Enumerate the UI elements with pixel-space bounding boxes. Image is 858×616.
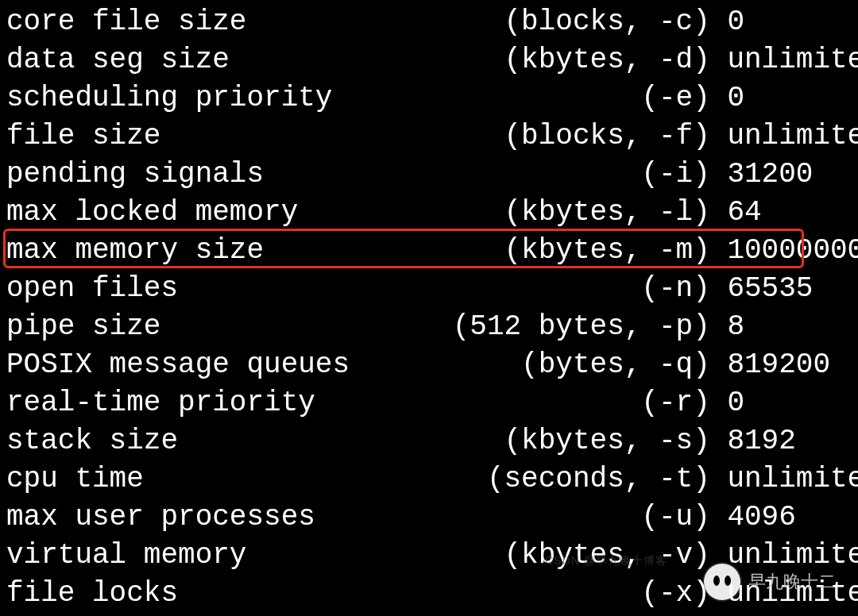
ulimit-row: max memory size (kbytes, -m) 10000000 [6, 232, 852, 270]
logo-avatar-icon [704, 564, 740, 600]
ulimit-value: 8 [727, 310, 744, 343]
ulimit-unit: (blocks, -f) [401, 120, 710, 152]
spacer [710, 501, 728, 533]
ulimit-value: 0 [727, 82, 744, 114]
ulimit-value: unlimited [727, 44, 858, 76]
csdn-watermark: CSDN @早九晚十博客 [545, 554, 667, 568]
ulimit-value: 4096 [727, 501, 795, 533]
ulimit-unit: (blocks, -c) [401, 6, 710, 38]
spacer [710, 310, 728, 343]
spacer [710, 463, 728, 495]
ulimit-label: virtual memory [6, 539, 401, 572]
ulimit-value: 10000000 [727, 234, 858, 267]
ulimit-label: max memory size [6, 234, 401, 267]
ulimit-label: pending signals [6, 158, 401, 191]
spacer [710, 234, 728, 267]
ulimit-row: scheduling priority (-e) 0 [6, 79, 852, 117]
spacer [710, 425, 728, 457]
ulimit-value: 31200 [727, 158, 813, 191]
ulimit-label: file size [6, 120, 401, 152]
ulimit-row: stack size (kbytes, -s) 8192 [6, 422, 852, 460]
ulimit-unit: (512 bytes, -p) [401, 310, 710, 343]
ulimit-value: unlimited [727, 120, 858, 152]
ulimit-label: pipe size [6, 310, 401, 343]
ulimit-unit: (kbytes, -l) [401, 196, 710, 229]
ulimit-unit: (-r) [401, 387, 710, 419]
spacer [710, 44, 728, 76]
spacer [710, 387, 728, 419]
spacer [710, 348, 728, 381]
ulimit-row: cpu time (seconds, -t) unlimited [6, 460, 852, 499]
terminal-output: core file size (blocks, -c) 0data seg si… [0, 0, 858, 613]
ulimit-label: cpu time [6, 463, 401, 495]
ulimit-label: core file size [6, 6, 401, 38]
ulimit-label: POSIX message queues [6, 348, 401, 381]
spacer [710, 158, 728, 191]
ulimit-value: 64 [727, 196, 761, 229]
spacer [710, 120, 728, 152]
ulimit-row: real-time priority (-r) 0 [6, 384, 852, 422]
ulimit-unit: (seconds, -t) [401, 463, 710, 495]
spacer [710, 6, 728, 38]
ulimit-row: file size (blocks, -f) unlimited [6, 117, 852, 156]
ulimit-row: pipe size (512 bytes, -p) 8 [6, 308, 852, 346]
ulimit-row: core file size (blocks, -c) 0 [6, 3, 852, 41]
ulimit-row: max locked memory (kbytes, -l) 64 [6, 194, 852, 232]
ulimit-unit: (kbytes, -m) [401, 234, 710, 267]
ulimit-unit: (kbytes, -s) [401, 425, 710, 457]
ulimit-unit: (-u) [401, 501, 710, 533]
ulimit-value: 8192 [727, 425, 795, 457]
ulimit-value: 0 [727, 387, 744, 419]
ulimit-row: open files (-n) 65535 [6, 270, 852, 308]
ulimit-value: 65535 [727, 272, 813, 305]
logo-text: 早九晚十二 [748, 570, 836, 594]
ulimit-row: max user processes (-u) 4096 [6, 499, 852, 537]
ulimit-label: scheduling priority [6, 82, 401, 114]
ulimit-value: 0 [727, 6, 744, 38]
ulimit-row: POSIX message queues (bytes, -q) 819200 [6, 346, 852, 384]
ulimit-label: file locks [6, 577, 401, 610]
ulimit-value: 819200 [727, 348, 830, 381]
ulimit-label: data seg size [6, 44, 401, 76]
spacer [710, 82, 728, 114]
ulimit-unit: (-x) [401, 577, 710, 610]
ulimit-unit: (-i) [401, 158, 710, 191]
ulimit-unit: (kbytes, -d) [401, 44, 710, 76]
ulimit-label: stack size [6, 425, 401, 457]
ulimit-row: pending signals (-i) 31200 [6, 156, 852, 194]
wechat-account-logo: 早九晚十二 [704, 564, 836, 600]
ulimit-row: data seg size (kbytes, -d) unlimited [6, 41, 852, 79]
ulimit-unit: (-n) [401, 272, 710, 305]
spacer [710, 272, 728, 305]
ulimit-label: real-time priority [6, 387, 401, 419]
ulimit-label: open files [6, 272, 401, 305]
ulimit-unit: (-e) [401, 82, 710, 114]
ulimit-label: max locked memory [6, 196, 401, 229]
ulimit-unit: (bytes, -q) [401, 348, 710, 381]
ulimit-value: unlimited [727, 463, 858, 495]
spacer [710, 196, 728, 229]
ulimit-label: max user processes [6, 501, 401, 533]
